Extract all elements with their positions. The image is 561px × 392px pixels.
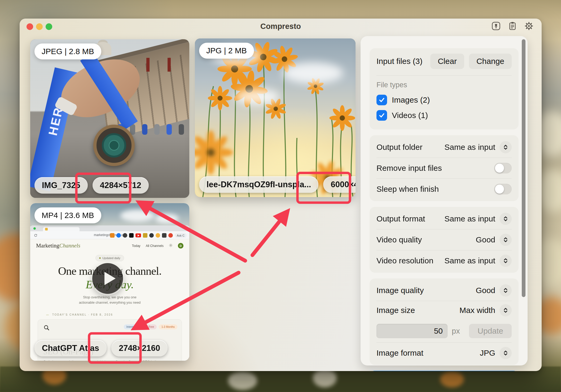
file-types-label: File types xyxy=(376,81,512,89)
video-quality-label: Video quality xyxy=(376,235,422,244)
file-card-img-7325[interactable]: HER JPEG | 2.8 MB IMG_7325 4284×5712 xyxy=(30,39,189,198)
pin-icon[interactable] xyxy=(491,21,501,31)
image-size-label: Image size xyxy=(376,306,415,315)
image-size-mode-select[interactable]: Max width xyxy=(459,304,512,316)
update-button[interactable]: Update xyxy=(469,324,512,338)
lesson-description: Optimize your existing pages to rank hig… xyxy=(43,359,176,361)
file-dimensions-badge: 4284×5712 xyxy=(93,177,149,194)
output-format-label: Output format xyxy=(376,214,425,223)
file-dimensions-badge: 2748×2160 xyxy=(111,340,168,356)
chevron-updown-icon xyxy=(499,304,512,316)
kicker: — TODAY'S CHANNEL · FEB 8, 2026 xyxy=(46,313,189,316)
favicon-row: Ask C xyxy=(110,233,187,238)
compress-button[interactable]: Compress xyxy=(370,371,519,371)
chevron-updown-icon xyxy=(499,234,512,246)
images-checkbox[interactable] xyxy=(376,95,387,105)
wallpaper-flower xyxy=(440,371,464,387)
clipboard-icon[interactable] xyxy=(508,21,517,31)
scrollbar-thumb[interactable] xyxy=(522,39,525,297)
compresto-window: Compresto xyxy=(20,19,542,371)
file-card-chatgpt-atlas-video[interactable]: marketingchannels.co/ Ask C xyxy=(30,203,189,361)
level-badge: Intermediate xyxy=(124,324,144,329)
wallpaper-flower xyxy=(313,369,337,387)
file-name-badge: IMG_7325 xyxy=(34,177,88,194)
videos-checkbox-row[interactable]: Videos (1) xyxy=(376,108,512,123)
image-quality-label: Image quality xyxy=(376,286,424,295)
image-quality-select[interactable]: Good xyxy=(476,284,512,297)
file-dimensions-badge: 6000×4000 xyxy=(323,176,356,193)
output-folder-label: Output folder xyxy=(376,143,422,152)
image-options-section: Image quality Good Image size Max width xyxy=(370,278,519,365)
settings-panel: Input files (3) Clear Change File types … xyxy=(361,36,528,365)
price-badge: Free xyxy=(146,324,157,329)
px-unit-label: px xyxy=(452,327,460,336)
ask-pill: Ask C xyxy=(175,233,187,238)
wallpaper-flower xyxy=(228,371,257,390)
gear-icon[interactable] xyxy=(524,21,534,31)
sun-icon xyxy=(169,243,173,248)
window-title: Compresto xyxy=(20,22,542,31)
file-name-badge: lee-DK7msqOZ9fI-unspla... xyxy=(199,176,318,193)
titlebar: Compresto xyxy=(20,19,542,34)
video-resolution-label: Video resolution xyxy=(376,256,433,265)
site-logo: MarketingChannels xyxy=(36,242,80,249)
input-files-section: Input files (3) Clear Change File types … xyxy=(370,48,519,129)
change-button[interactable]: Change xyxy=(469,54,512,69)
chevron-updown-icon xyxy=(499,213,512,225)
flower-photo xyxy=(195,38,356,197)
max-width-input[interactable] xyxy=(376,324,448,338)
video-frame: marketingchannels.co/ Ask C xyxy=(30,203,189,361)
videos-checkbox-label: Videos (1) xyxy=(392,111,428,120)
output-options-section: Output folder Same as input Remove input… xyxy=(370,135,519,201)
medal xyxy=(93,125,135,166)
image-format-select[interactable]: JPG xyxy=(480,347,512,359)
input-files-label: Input files (3) xyxy=(376,57,422,66)
nav-all-channels: All Channels xyxy=(146,244,164,248)
duration-badge: 1-3 Months xyxy=(159,324,177,329)
video-resolution-select[interactable]: Same as input xyxy=(444,255,512,267)
output-folder-select[interactable]: Same as input xyxy=(444,141,512,153)
play-button[interactable] xyxy=(92,263,123,294)
updated-daily-pill: Updated daily xyxy=(95,255,124,261)
hero-subtext: Stop overthinking, we give you one actio… xyxy=(30,295,189,305)
medal-photo: HER xyxy=(30,39,189,198)
search-icon xyxy=(43,328,50,332)
file-name-badge: ChatGPT Atlas xyxy=(34,340,107,356)
images-checkbox-row[interactable]: Images (2) xyxy=(376,92,512,108)
chevron-updown-icon xyxy=(499,141,512,153)
clear-button[interactable]: Clear xyxy=(430,54,464,69)
remove-input-files-label: Remove input files xyxy=(376,164,442,173)
chevron-updown-icon xyxy=(499,284,512,297)
videos-checkbox[interactable] xyxy=(376,110,387,121)
file-card-unsplash-flowers[interactable]: JPG | 2 MB lee-DK7msqOZ9fI-unspla... 600… xyxy=(195,38,356,197)
file-type-badge: MP4 | 23.6 MB xyxy=(34,207,101,223)
remove-input-files-toggle[interactable] xyxy=(494,163,512,173)
avatar: D xyxy=(178,243,183,249)
images-checkbox-label: Images (2) xyxy=(392,95,430,104)
file-type-badge: JPG | 2 MB xyxy=(199,43,254,59)
image-format-label: Image format xyxy=(376,349,423,358)
chevron-updown-icon xyxy=(499,347,512,359)
sleep-when-finish-label: Sleep when finish xyxy=(376,185,439,194)
output-format-select[interactable]: Same as input xyxy=(444,213,512,225)
sleep-when-finish-toggle[interactable] xyxy=(494,184,512,194)
nav-today: Today xyxy=(132,244,141,248)
video-quality-select[interactable]: Good xyxy=(476,234,512,246)
format-options-section: Output format Same as input Video qualit… xyxy=(370,207,519,273)
file-type-badge: JPEG | 2.8 MB xyxy=(34,43,101,59)
chevron-updown-icon xyxy=(499,255,512,267)
